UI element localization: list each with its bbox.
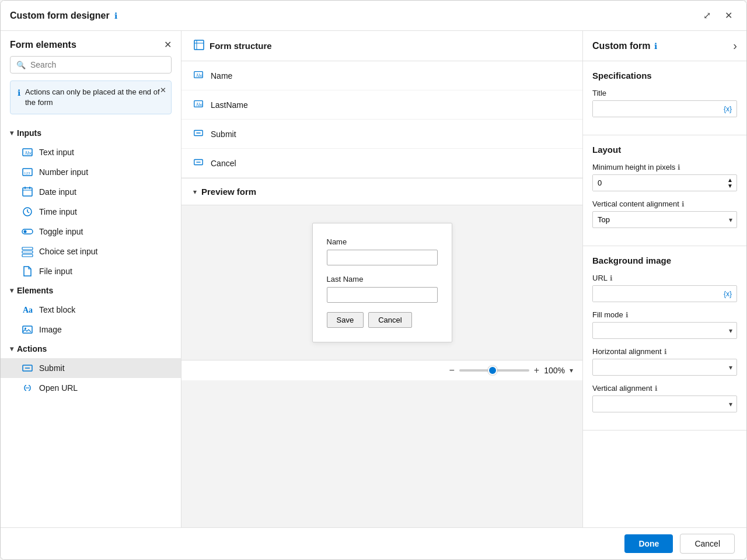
- actions-section-header[interactable]: ▾ Actions: [1, 340, 181, 358]
- preview-header: ▾ Preview form: [181, 178, 582, 205]
- form-structure-title: Form structure: [210, 41, 272, 51]
- title-input[interactable]: [593, 101, 719, 117]
- min-height-down-icon[interactable]: ▼: [727, 183, 733, 189]
- form-structure-icon: [193, 39, 205, 52]
- vertical-alignment-select[interactable]: Top Center Bottom: [592, 211, 737, 228]
- sidebar-item-date-input[interactable]: Date input: [1, 182, 181, 202]
- form-item-lastname-label: LastName: [211, 100, 248, 110]
- preview-name-input[interactable]: [327, 250, 438, 265]
- sidebar-item-image[interactable]: Image: [1, 320, 181, 340]
- svg-text:Abc: Abc: [196, 74, 203, 78]
- zoom-chevron-icon[interactable]: ▾: [570, 366, 573, 374]
- elements-chevron-icon: ▾: [10, 286, 13, 295]
- left-panel-scroll: ▾ Inputs Abc Text input: [1, 121, 181, 527]
- right-panel-info-icon[interactable]: ℹ: [654, 41, 657, 51]
- footer: Done Cancel: [1, 527, 746, 559]
- sidebar-item-number-input[interactable]: 123 Number input: [1, 162, 181, 182]
- background-image-section: Background image URL ℹ {x} Fill mode ℹ: [583, 246, 746, 430]
- horizontal-alignment-select-wrapper: Left Center Right ▾: [592, 359, 737, 376]
- min-height-spinner[interactable]: ▲ ▼: [724, 176, 736, 190]
- url-input[interactable]: [593, 286, 719, 302]
- info-banner-close-button[interactable]: ✕: [160, 86, 166, 94]
- bg-vertical-alignment-select[interactable]: Top Center Bottom: [592, 396, 737, 412]
- submit-icon: [22, 362, 33, 374]
- image-label: Image: [39, 325, 62, 334]
- min-height-input[interactable]: [593, 175, 724, 191]
- search-input[interactable]: [30, 60, 165, 69]
- inputs-section-header[interactable]: ▾ Inputs: [1, 124, 181, 142]
- zoom-plus-button[interactable]: +: [534, 365, 539, 376]
- url-info-icon[interactable]: ℹ: [610, 274, 613, 282]
- sidebar-item-text-input[interactable]: Abc Text input: [1, 142, 181, 162]
- elements-section-header[interactable]: ▾ Elements: [1, 281, 181, 300]
- text-block-label: Text block: [39, 305, 75, 314]
- svg-rect-4: [23, 188, 32, 196]
- preview-save-button[interactable]: Save: [327, 312, 364, 328]
- form-item-cancel[interactable]: Cancel: [181, 149, 582, 178]
- search-icon: 🔍: [16, 61, 26, 69]
- close-window-button[interactable]: ✕: [720, 8, 737, 23]
- done-button[interactable]: Done: [624, 534, 673, 553]
- zoom-minus-button[interactable]: −: [449, 365, 455, 376]
- layout-section: Layout Minimum height in pixels ℹ ▲ ▼: [583, 135, 746, 246]
- text-input-icon: Abc: [22, 146, 33, 158]
- vertical-alignment-label: Vertical content alignment ℹ: [592, 200, 737, 208]
- sidebar-item-submit[interactable]: Submit: [1, 358, 181, 378]
- url-expression-icon[interactable]: {x}: [719, 288, 736, 300]
- bg-vertical-alignment-info-icon[interactable]: ℹ: [655, 384, 658, 393]
- horizontal-alignment-select[interactable]: Left Center Right: [592, 359, 737, 376]
- svg-rect-15: [22, 254, 33, 257]
- form-item-submit[interactable]: Submit: [181, 120, 582, 149]
- min-height-info-icon[interactable]: ℹ: [678, 163, 680, 172]
- expand-button[interactable]: ⤢: [699, 8, 715, 23]
- left-panel-close-button[interactable]: ✕: [164, 39, 172, 50]
- right-panel-title: Custom form: [592, 41, 651, 51]
- sidebar-item-time-input[interactable]: Time input: [1, 202, 181, 222]
- form-item-lastname-icon: Abc: [193, 99, 204, 111]
- title-expression-icon[interactable]: {x}: [719, 103, 736, 116]
- vertical-alignment-info-icon[interactable]: ℹ: [682, 200, 685, 208]
- svg-line-10: [27, 212, 29, 213]
- choice-set-input-icon: [22, 246, 33, 257]
- titlebar: Custom form designer ℹ ⤢ ✕: [1, 1, 746, 31]
- form-structure: Form structure Abc Name: [181, 31, 582, 178]
- sidebar-item-text-block[interactable]: Aa Text block: [1, 300, 181, 320]
- min-height-up-icon[interactable]: ▲: [727, 177, 733, 183]
- horizontal-alignment-info-icon[interactable]: ℹ: [664, 348, 667, 356]
- svg-rect-14: [22, 251, 33, 253]
- form-item-name[interactable]: Abc Name: [181, 61, 582, 90]
- open-url-icon: [22, 382, 33, 394]
- right-panel-nav-button[interactable]: ›: [733, 39, 737, 52]
- titlebar-info-icon[interactable]: ℹ: [114, 11, 117, 20]
- fill-mode-info-icon[interactable]: ℹ: [626, 311, 629, 319]
- preview-content: Name Last Name Save Cancel: [181, 205, 582, 360]
- preview-cancel-button[interactable]: Cancel: [368, 312, 411, 328]
- cancel-footer-button[interactable]: Cancel: [680, 534, 735, 554]
- svg-point-18: [25, 328, 26, 330]
- preview-lastname-input[interactable]: [327, 287, 438, 303]
- zoom-slider[interactable]: [459, 369, 529, 372]
- actions-chevron-icon: ▾: [10, 345, 13, 353]
- url-field-row: URL ℹ {x}: [592, 274, 737, 302]
- layout-title: Layout: [592, 145, 737, 155]
- text-input-label: Text input: [39, 148, 74, 157]
- svg-rect-13: [22, 247, 33, 250]
- sidebar-item-toggle-input[interactable]: Toggle input: [1, 222, 181, 242]
- sidebar-item-file-input[interactable]: File input: [1, 261, 181, 281]
- open-url-label: Open URL: [39, 383, 78, 393]
- svg-text:Abc: Abc: [196, 103, 203, 107]
- horizontal-alignment-label: Horizontal alignment ℹ: [592, 347, 737, 356]
- preview-toggle-icon[interactable]: ▾: [193, 188, 197, 196]
- fill-mode-select[interactable]: Cover Repeat RepeatHorizontally RepeatVe…: [592, 322, 737, 339]
- form-item-name-label: Name: [211, 71, 232, 80]
- fill-mode-label: Fill mode ℹ: [592, 310, 737, 319]
- form-item-lastname[interactable]: Abc LastName: [181, 90, 582, 120]
- submit-label: Submit: [39, 363, 65, 373]
- vertical-alignment-field-row: Vertical content alignment ℹ Top Center …: [592, 200, 737, 228]
- date-input-label: Date input: [39, 187, 76, 197]
- min-height-input-wrapper: ▲ ▼: [592, 174, 737, 191]
- sidebar-item-choice-set-input[interactable]: Choice set input: [1, 242, 181, 261]
- elements-section-label: Elements: [17, 286, 53, 295]
- svg-text:123: 123: [24, 171, 30, 176]
- sidebar-item-open-url[interactable]: Open URL: [1, 378, 181, 398]
